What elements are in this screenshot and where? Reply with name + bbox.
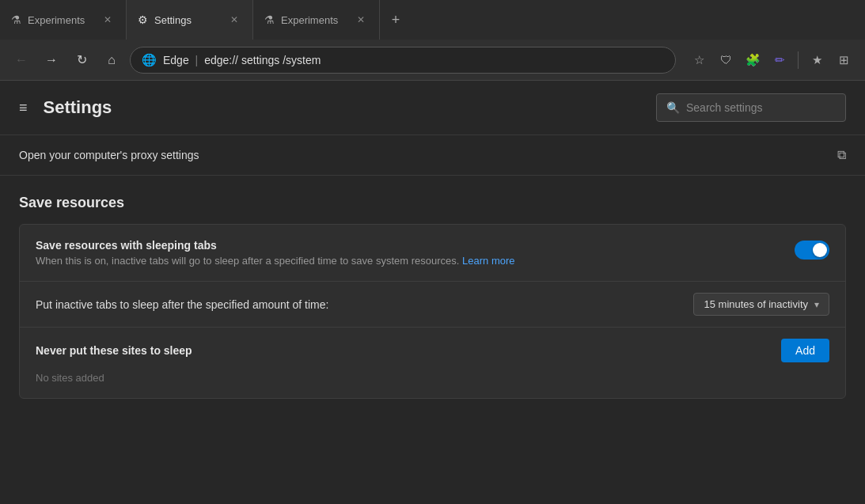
chevron-down-icon: ▾ <box>814 299 819 310</box>
page-content: ≡ Settings 🔍 Open your computer's proxy … <box>0 81 865 504</box>
tab-experiments-1-close[interactable]: ✕ <box>101 13 115 27</box>
sleeping-tabs-content: Save resources with sleeping tabs When t… <box>36 239 782 267</box>
external-link-icon[interactable]: ⧉ <box>837 148 846 162</box>
sleep-after-row: Put inactive tabs to sleep after the spe… <box>20 282 845 328</box>
home-button[interactable]: ⌂ <box>100 48 123 72</box>
browser-name: Edge <box>163 54 189 66</box>
sleeping-tabs-row: Save resources with sleeping tabs When t… <box>20 225 845 282</box>
no-sites-text: No sites added <box>20 369 845 398</box>
tab-settings[interactable]: ⚙ Settings ✕ <box>127 0 253 40</box>
url-protocol: edge:// <box>204 54 238 66</box>
tab-experiments-1[interactable]: ⚗ Experiments ✕ <box>0 0 127 40</box>
search-input[interactable] <box>686 101 836 114</box>
section-title: Save resources <box>19 195 846 211</box>
tab-settings-close[interactable]: ✕ <box>227 13 241 27</box>
sleep-after-label: Put inactive tabs to sleep after the spe… <box>36 298 693 311</box>
page-header: ≡ Settings 🔍 <box>0 81 865 135</box>
tab-experiments-2[interactable]: ⚗ Experiments ✕ <box>253 0 380 40</box>
url-path-rest: /system <box>283 54 321 66</box>
sleeping-tabs-desc: When this is on, inactive tabs will go t… <box>36 255 782 267</box>
refresh-button[interactable]: ↻ <box>70 48 93 72</box>
add-site-button[interactable]: Add <box>781 339 829 362</box>
toolbar-icons: ☆ 🛡 🧩 ✏ ★ ⊞ <box>687 48 856 72</box>
search-icon: 🔍 <box>666 101 680 114</box>
url-bar[interactable]: 🌐 Edge | edge://settings/system <box>130 47 676 74</box>
tab-experiments-2-label: Experiments <box>281 14 347 26</box>
back-button[interactable]: ← <box>9 48 33 72</box>
experiments-2-icon: ⚗ <box>264 13 275 26</box>
url-settings: settings <box>241 54 279 66</box>
proxy-text: Open your computer's proxy settings <box>19 149 837 161</box>
extension2-icon[interactable]: ✏ <box>768 48 791 72</box>
never-sleep-row: Never put these sites to sleep Add <box>20 328 845 369</box>
title-bar: ⚗ Experiments ✕ ⚙ Settings ✕ ⚗ Experimen… <box>0 0 865 40</box>
extension1-icon[interactable]: 🧩 <box>741 48 764 72</box>
shield-icon[interactable]: 🛡 <box>714 48 738 72</box>
url-text: Edge | edge://settings/system <box>163 54 321 66</box>
never-sleep-label: Never put these sites to sleep <box>36 344 781 357</box>
proxy-row[interactable]: Open your computer's proxy settings ⧉ <box>0 135 865 176</box>
sleep-dropdown-value: 15 minutes of inactivity <box>704 298 808 310</box>
tab-experiments-1-label: Experiments <box>28 14 94 26</box>
new-tab-button[interactable]: + <box>380 0 412 40</box>
save-resources-section: Save resources Save resources with sleep… <box>0 176 865 411</box>
favorite-icon[interactable]: ☆ <box>687 48 711 72</box>
toggle-thumb <box>813 243 827 257</box>
menu-icon[interactable]: ≡ <box>19 100 28 116</box>
page-title: Settings <box>44 97 643 118</box>
forward-button[interactable]: → <box>40 48 63 72</box>
experiments-1-icon: ⚗ <box>11 13 21 26</box>
settings-tab-icon: ⚙ <box>138 13 148 26</box>
toolbar-divider <box>798 51 799 69</box>
sleeping-tabs-desc-text: When this is on, inactive tabs will go t… <box>36 255 462 267</box>
more-tools-icon[interactable]: ⊞ <box>832 48 856 72</box>
tab-experiments-2-close[interactable]: ✕ <box>354 13 368 27</box>
collections-icon[interactable]: ★ <box>805 48 829 72</box>
sleeping-tabs-toggle[interactable] <box>795 241 829 260</box>
search-box[interactable]: 🔍 <box>656 93 846 122</box>
learn-more-link[interactable]: Learn more <box>462 255 514 267</box>
edge-logo-icon: 🌐 <box>142 53 157 67</box>
save-resources-card: Save resources with sleeping tabs When t… <box>19 224 846 399</box>
address-bar: ← → ↻ ⌂ 🌐 Edge | edge://settings/system … <box>0 40 865 81</box>
tab-settings-label: Settings <box>154 14 221 26</box>
url-separator: | <box>192 54 201 66</box>
sleep-dropdown[interactable]: 15 minutes of inactivity ▾ <box>693 293 829 316</box>
sleeping-tabs-title: Save resources with sleeping tabs <box>36 239 782 252</box>
